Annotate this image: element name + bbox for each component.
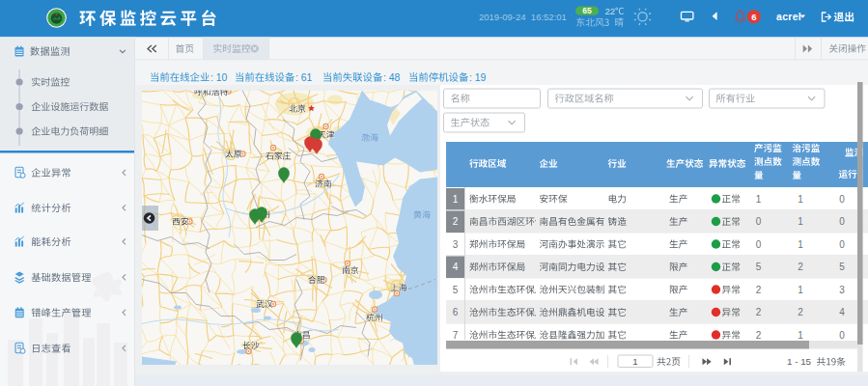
svg-text:2: 2 [756, 285, 762, 295]
svg-text:1: 1 [798, 239, 803, 250]
svg-text:0: 0 [839, 239, 845, 250]
svg-text:6: 6 [453, 307, 459, 317]
svg-text:: 10: : 10 [210, 72, 228, 83]
svg-text:4: 4 [453, 262, 459, 272]
svg-text:1: 1 [453, 194, 459, 205]
svg-text:3: 3 [453, 239, 459, 250]
svg-text:7: 7 [453, 330, 459, 341]
svg-text:6: 6 [751, 12, 756, 22]
svg-text:0: 0 [756, 216, 762, 227]
svg-text:1: 1 [756, 194, 762, 205]
svg-text:1: 1 [798, 216, 803, 227]
svg-text:2: 2 [798, 262, 803, 272]
svg-text:2: 2 [756, 330, 762, 341]
svg-text:1 - 15: 1 - 15 [787, 356, 812, 367]
svg-text:0: 0 [839, 194, 845, 205]
svg-text:5: 5 [756, 262, 762, 272]
svg-text:5: 5 [453, 285, 459, 295]
svg-text:: 61: : 61 [295, 72, 313, 83]
svg-text:1: 1 [798, 330, 803, 341]
svg-text:0: 0 [756, 239, 762, 250]
svg-text:65: 65 [582, 6, 592, 15]
svg-text:5: 5 [839, 262, 845, 272]
svg-text:1: 1 [632, 356, 637, 367]
svg-text:2: 2 [756, 307, 762, 317]
svg-text:4: 4 [839, 307, 845, 317]
svg-text:0: 0 [839, 216, 845, 227]
svg-text:1: 1 [798, 285, 803, 295]
svg-text:2019-09-24 16:52:01: 2019-09-24 16:52:01 [479, 12, 567, 22]
svg-text:: 48: : 48 [383, 72, 401, 83]
svg-text:3: 3 [839, 285, 845, 295]
svg-text:2: 2 [798, 307, 803, 317]
svg-text:acrel: acrel [776, 11, 801, 22]
svg-text:0: 0 [839, 330, 845, 341]
svg-text:1: 1 [798, 194, 803, 205]
svg-text:2: 2 [453, 216, 459, 227]
svg-text:: 19: : 19 [469, 72, 487, 83]
svg-text:22: 22 [605, 6, 616, 16]
